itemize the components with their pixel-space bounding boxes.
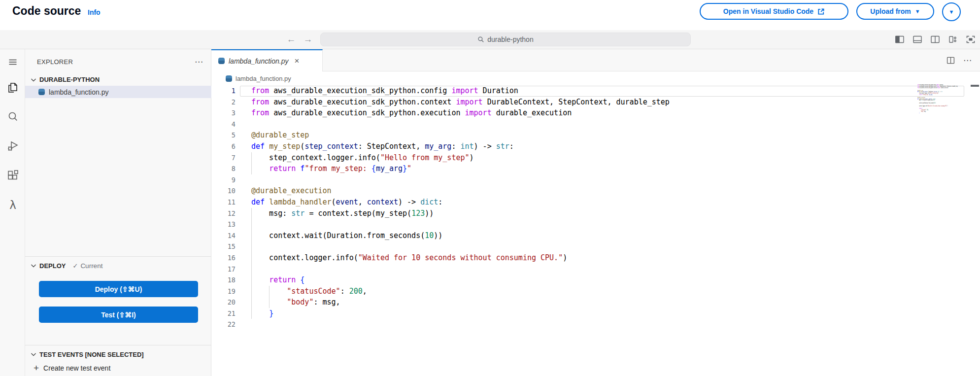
more-actions-icon[interactable]: ⋯ bbox=[963, 55, 972, 66]
code-line[interactable]: 9 bbox=[211, 174, 980, 186]
split-editor-icon[interactable] bbox=[946, 56, 955, 65]
code-line[interactable]: 16 context.logger.info("Waited for 10 se… bbox=[211, 252, 980, 264]
fullscreen-icon[interactable] bbox=[965, 34, 976, 45]
search-view-icon[interactable] bbox=[6, 110, 20, 124]
deploy-section-title: DEPLOY bbox=[39, 262, 66, 270]
code-line[interactable]: 12 msg: str = context.step(my_step(123)) bbox=[211, 208, 980, 219]
code-line[interactable]: 10@durable_execution bbox=[211, 185, 980, 197]
chevron-down-icon bbox=[30, 76, 37, 84]
more-actions-button[interactable]: ▼ bbox=[942, 2, 961, 21]
code-line[interactable]: 14 context.wait(Duration.from_seconds(10… bbox=[211, 230, 980, 241]
run-debug-view-icon[interactable] bbox=[6, 139, 20, 153]
minimap-content: from aws_durable_execution_sdk_python.co… bbox=[917, 84, 963, 115]
explorer-sidebar: EXPLORER ⋯ DURABLE-PYTHON lambda_functio… bbox=[25, 49, 211, 376]
page-title: Code source bbox=[12, 4, 81, 18]
breadcrumb[interactable]: lambda_function.py bbox=[211, 71, 980, 85]
minimap[interactable]: from aws_durable_execution_sdk_python.co… bbox=[917, 84, 963, 120]
activity-bar: λ bbox=[0, 49, 25, 376]
code-line[interactable]: 4 bbox=[211, 119, 980, 130]
extensions-view-icon[interactable] bbox=[6, 169, 20, 182]
workspace-folder-row[interactable]: DURABLE-PYTHON bbox=[25, 74, 211, 85]
code-editor[interactable]: 1from aws_durable_execution_sdk_python.c… bbox=[211, 85, 980, 376]
navigate-forward-button[interactable]: → bbox=[302, 34, 314, 45]
tab-label: lambda_function.py bbox=[229, 57, 288, 65]
test-button[interactable]: Test (⇧⌘I) bbox=[39, 307, 198, 323]
overview-ruler-cursor-mark bbox=[971, 85, 979, 87]
code-line[interactable]: 11def lambda_handler(event, context) -> … bbox=[211, 197, 980, 208]
editor-group: lambda_function.py × ⋯ lambda_function.p… bbox=[211, 49, 980, 376]
info-link[interactable]: Info bbox=[88, 8, 101, 16]
file-name: lambda_function.py bbox=[49, 88, 108, 96]
breadcrumb-file: lambda_function.py bbox=[236, 75, 291, 82]
sidebar-divider bbox=[25, 345, 211, 345]
external-link-icon bbox=[817, 8, 825, 15]
command-center-search[interactable]: durable-python bbox=[320, 33, 691, 46]
code-line[interactable]: 1from aws_durable_execution_sdk_python.c… bbox=[211, 85, 980, 97]
upload-from-label: Upload from bbox=[870, 7, 911, 15]
explorer-title: EXPLORER bbox=[37, 58, 73, 66]
sidebar-divider bbox=[25, 256, 211, 257]
tab-lambda-function[interactable]: lambda_function.py × bbox=[211, 49, 323, 71]
explorer-header: EXPLORER ⋯ bbox=[25, 56, 211, 68]
chevron-down-icon bbox=[30, 350, 37, 358]
code-line[interactable]: 18 return { bbox=[211, 274, 980, 286]
code-line[interactable]: 20 "body": msg, bbox=[211, 297, 980, 308]
open-in-vsc-button[interactable]: Open in Visual Studio Code bbox=[700, 3, 848, 20]
deploy-button[interactable]: Deploy (⇧⌘U) bbox=[39, 281, 198, 297]
code-line[interactable]: 22 bbox=[211, 319, 980, 330]
chevron-down-icon bbox=[30, 262, 37, 270]
toggle-panel-icon[interactable] bbox=[912, 34, 923, 45]
code-line[interactable]: 19 "statusCode": 200, bbox=[211, 286, 980, 297]
code-line[interactable]: 13 bbox=[211, 219, 980, 230]
code-line[interactable]: 5@durable_step bbox=[211, 130, 980, 141]
editor-toolbar: ← → durable-python bbox=[0, 30, 980, 49]
upload-from-button[interactable]: Upload from ▼ bbox=[856, 3, 934, 20]
editor-actions: ⋯ bbox=[946, 49, 972, 71]
layout-controls bbox=[894, 34, 976, 45]
plus-icon: + bbox=[34, 363, 39, 374]
toggle-sidebar-icon[interactable] bbox=[894, 34, 905, 45]
create-test-event-label: Create new test event bbox=[43, 364, 110, 372]
customize-layout-icon[interactable] bbox=[947, 34, 958, 45]
aws-lambda-view-icon[interactable]: λ bbox=[6, 198, 20, 212]
code-line[interactable]: 3from aws_durable_execution_sdk_python.e… bbox=[211, 107, 980, 119]
open-in-vsc-label: Open in Visual Studio Code bbox=[723, 7, 813, 15]
workspace-name: DURABLE-PYTHON bbox=[39, 76, 100, 83]
code-line[interactable]: 2from aws_durable_execution_sdk_python.c… bbox=[211, 97, 980, 108]
code-line[interactable]: 6def my_step(step_context: StepContext, … bbox=[211, 141, 980, 152]
menu-icon[interactable] bbox=[6, 55, 20, 69]
caret-down-icon: ▼ bbox=[949, 9, 954, 15]
file-item-lambda-function[interactable]: lambda_function.py bbox=[25, 86, 211, 98]
navigate-back-button[interactable]: ← bbox=[285, 34, 298, 45]
check-icon: ✓ bbox=[72, 262, 78, 270]
search-value: durable-python bbox=[487, 35, 533, 43]
split-editor-icon[interactable] bbox=[930, 34, 941, 45]
deploy-status: Current bbox=[80, 262, 102, 270]
test-button-label: Test (⇧⌘I) bbox=[101, 311, 136, 319]
explorer-view-icon[interactable] bbox=[6, 81, 20, 95]
deploy-section-header[interactable]: DEPLOY ✓ Current bbox=[25, 260, 211, 272]
explorer-more-icon[interactable]: ⋯ bbox=[195, 57, 203, 67]
close-tab-icon[interactable]: × bbox=[294, 57, 299, 65]
deploy-button-label: Deploy (⇧⌘U) bbox=[95, 285, 142, 293]
code-line[interactable]: 7 step_context.logger.info("Hello from m… bbox=[211, 152, 980, 164]
test-events-section-header[interactable]: TEST EVENTS [NONE SELECTED] bbox=[25, 348, 211, 360]
tab-bar: lambda_function.py × ⋯ bbox=[211, 49, 980, 71]
code-line[interactable]: 21 } bbox=[211, 308, 980, 319]
code-line[interactable]: 8 return f"from my_step: {my_arg}" bbox=[211, 163, 980, 174]
code-line[interactable]: 17 bbox=[211, 264, 980, 275]
workbench: λ EXPLORER ⋯ DURABLE-PYTHON lambda_funct… bbox=[0, 49, 980, 376]
python-file-icon bbox=[226, 75, 232, 82]
python-file-icon bbox=[218, 58, 225, 64]
search-icon bbox=[477, 36, 484, 43]
create-test-event-row[interactable]: + Create new test event bbox=[25, 362, 211, 375]
test-events-section-title: TEST EVENTS [NONE SELECTED] bbox=[39, 351, 144, 358]
python-file-icon bbox=[38, 89, 45, 95]
code-line[interactable]: 15 bbox=[211, 241, 980, 252]
code-source-header: Code source Info Open in Visual Studio C… bbox=[0, 0, 980, 28]
caret-down-icon: ▼ bbox=[915, 9, 920, 14]
